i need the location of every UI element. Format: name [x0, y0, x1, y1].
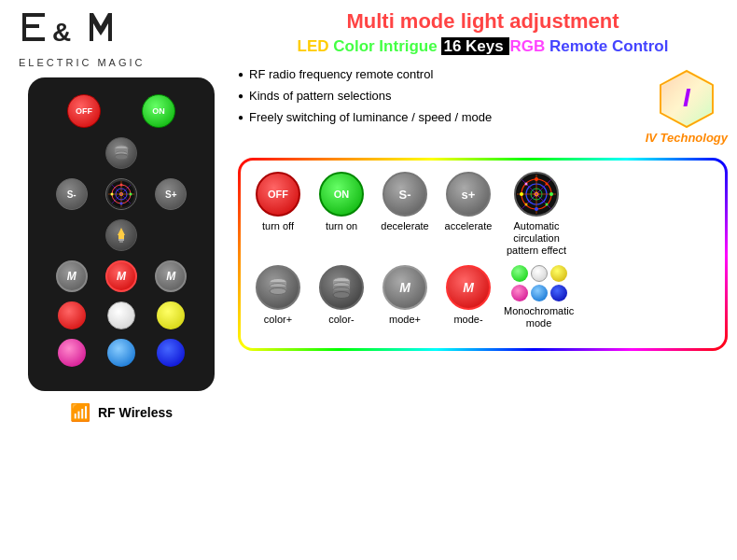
remote-row-6: [47, 301, 196, 329]
mono-label: Monochromaticmode: [504, 305, 574, 329]
ctrl-splus-label: accelerate: [445, 220, 493, 232]
svg-point-60: [333, 291, 350, 298]
remote-mandala-button[interactable]: [105, 178, 137, 210]
sub-title: LED Color Intrigue 16 Keys RGB Remote Co…: [238, 37, 728, 56]
svg-rect-2: [22, 24, 39, 28]
logo-text: ELECTRIC MAGIC: [19, 57, 146, 68]
bullet-1: ●: [238, 69, 243, 79]
logo-symbol: &: [19, 9, 131, 55]
ctrl-off-button[interactable]: OFF: [256, 172, 300, 217]
ctrl-item-colorplus: color+: [250, 265, 306, 326]
remote-sminus-button[interactable]: S-: [56, 178, 88, 210]
remote-dot-red[interactable]: [58, 301, 86, 329]
ctrl-on-label: turn on: [326, 220, 357, 232]
remote-dot-pink[interactable]: [58, 339, 86, 367]
feature-item-2: ● Kinds of pattern selections: [238, 89, 627, 103]
svg-point-42: [549, 192, 553, 196]
remote-dot-blue[interactable]: [157, 339, 185, 367]
bullet-3: ●: [238, 112, 243, 122]
feature-text-3: Freely switching of luminance / speed / …: [249, 110, 492, 124]
ctrl-item-mandala: Automatic circulation pattern effect: [504, 172, 569, 258]
sub-led: LED: [298, 37, 329, 55]
ctrl-sminus-button[interactable]: S-: [382, 172, 427, 217]
remote-mgray2-button[interactable]: M: [155, 260, 187, 292]
iv-tech-logo: I IV Technology: [646, 67, 728, 145]
remote-row-4: [47, 219, 196, 251]
ctrl-modeminus-button[interactable]: M: [446, 265, 491, 310]
svg-point-53: [270, 287, 286, 294]
ctrl-colorminus-label: color-: [328, 314, 355, 326]
sub-keys: 16 Keys: [441, 37, 509, 55]
ctrl-modeplus-label: mode+: [389, 314, 421, 326]
svg-rect-26: [118, 239, 124, 241]
remote-dot-lblue[interactable]: [107, 339, 135, 367]
bullet-2: ●: [238, 91, 243, 101]
svg-point-23: [119, 203, 122, 205]
ctrl-item-modeplus: M mode+: [377, 265, 433, 326]
svg-rect-27: [119, 241, 123, 243]
mono-dot-dblue[interactable]: [550, 285, 567, 301]
logo-area: & ELECTRIC MAGIC: [19, 9, 224, 68]
rf-wireless-label: 📶 RF Wireless: [61, 399, 182, 427]
ctrl-modeminus-label: mode-: [453, 314, 482, 326]
svg-text:I: I: [683, 83, 691, 112]
remote-colorstack-button[interactable]: [105, 137, 137, 169]
svg-point-43: [535, 207, 538, 211]
ctrl-sminus-label: decelerate: [381, 220, 428, 232]
ctrl-item-modeminus: M mode-: [440, 265, 496, 326]
ctrl-item-sminus: S- decelerate: [377, 172, 433, 232]
svg-text:&: &: [52, 18, 73, 47]
ctrl-item-colorminus: color-: [313, 265, 369, 326]
main-title: Multi mode light adjustment: [238, 9, 728, 34]
svg-point-24: [110, 193, 113, 196]
feature-item-3: ● Freely switching of luminance / speed …: [238, 110, 627, 124]
remote-row-2: [47, 137, 196, 169]
sub-rgb: RGB: [509, 37, 545, 55]
remote-mred-button[interactable]: M: [105, 260, 137, 292]
feature-text-2: Kinds of pattern selections: [249, 89, 391, 103]
remote-lamp-button[interactable]: [105, 219, 137, 251]
svg-point-44: [520, 192, 523, 196]
mono-dot-yellow[interactable]: [550, 265, 567, 282]
mono-dot-white[interactable]: [531, 265, 548, 282]
mono-dots-grid: [511, 265, 567, 301]
svg-point-45: [546, 183, 549, 186]
remote-on-button[interactable]: ON: [142, 94, 175, 128]
ctrl-colorplus-button[interactable]: [256, 265, 300, 310]
ctrl-item-on: ON turn on: [313, 172, 369, 232]
remote-container: OFF ON S-: [28, 77, 215, 391]
remote-off-button[interactable]: OFF: [67, 94, 101, 128]
svg-point-12: [115, 154, 128, 160]
ctrl-on-button[interactable]: ON: [319, 172, 364, 217]
remote-mgray-button[interactable]: M: [56, 260, 88, 292]
ctrl-item-off: OFF turn off: [250, 172, 306, 232]
features-section: ● RF radio frequency remote control ● Ki…: [238, 67, 728, 145]
features-list: ● RF radio frequency remote control ● Ki…: [238, 67, 627, 145]
ctrl-item-splus: s+ accelerate: [440, 172, 496, 232]
ctrl-splus-button[interactable]: s+: [446, 172, 491, 217]
rf-text: RF Wireless: [98, 405, 173, 420]
ctrl-mandala-label: Automatic circulation pattern effect: [504, 220, 569, 258]
mono-dot-green[interactable]: [511, 265, 528, 282]
ctrl-mandala-button[interactable]: [514, 172, 559, 217]
svg-point-41: [535, 177, 538, 181]
ctrl-modeplus-button[interactable]: M: [382, 265, 427, 310]
svg-marker-25: [118, 228, 125, 239]
remote-dot-yellow[interactable]: [157, 301, 185, 329]
sub-color: Color Intrigue: [333, 37, 441, 55]
remote-row-5: M M M: [47, 260, 196, 292]
svg-point-22: [129, 193, 132, 196]
sub-remote: Remote Control: [549, 37, 669, 55]
ctrl-colorminus-button[interactable]: [319, 265, 364, 310]
right-panel: Multi mode light adjustment LED Color In…: [238, 9, 728, 351]
mono-dot-pink[interactable]: [511, 285, 528, 301]
svg-point-47: [525, 203, 528, 206]
svg-point-48: [525, 183, 528, 186]
controls-wrapper: OFF turn off ON turn on S- decelerate s+…: [238, 158, 728, 351]
remote-row-1: OFF ON: [47, 94, 196, 128]
remote-splus-button[interactable]: S+: [155, 178, 187, 210]
mono-dot-lblue[interactable]: [531, 285, 548, 301]
wifi-icon: 📶: [70, 402, 90, 423]
remote-dot-white[interactable]: [107, 301, 135, 329]
ctrl-colorplus-label: color+: [264, 314, 292, 326]
